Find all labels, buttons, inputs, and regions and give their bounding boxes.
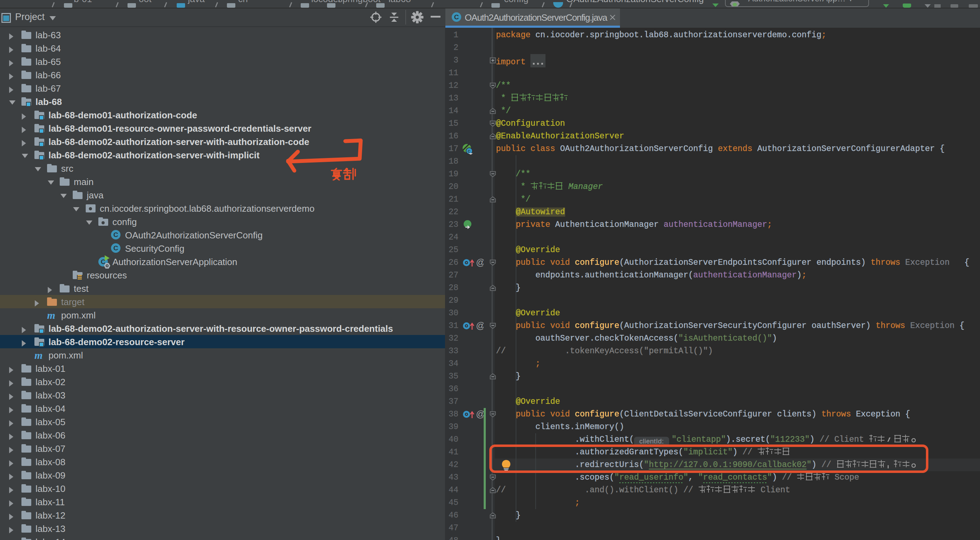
svg-text:@: @ <box>476 320 484 331</box>
svg-text:@: @ <box>476 257 484 268</box>
svg-text:@: @ <box>476 409 484 419</box>
